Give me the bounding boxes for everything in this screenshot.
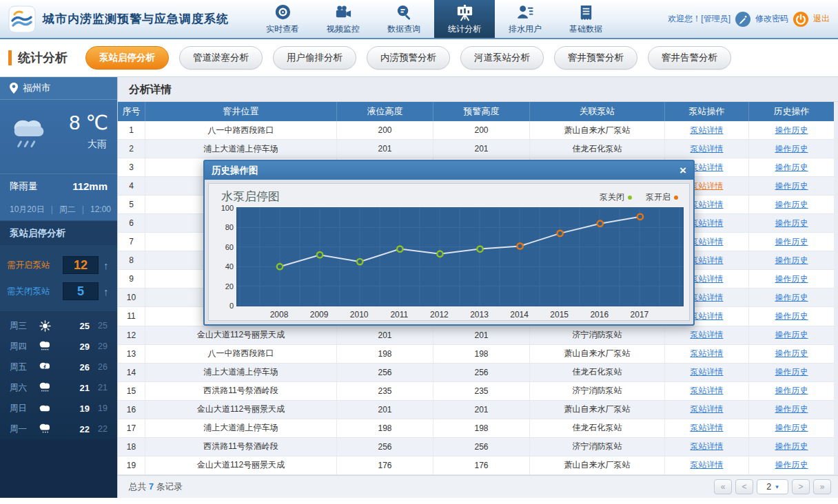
prev-page-button[interactable]: < [735, 479, 753, 494]
tab-pipe-blockage[interactable]: 管道淤塞分析 [179, 46, 263, 70]
table-cell: 泵站详情 [665, 401, 749, 419]
logout-link[interactable]: 退出 [813, 13, 830, 25]
station-detail-link[interactable]: 泵站详情 [691, 329, 724, 341]
cell-warning: 256 [433, 438, 530, 456]
y-axis-tick: 20 [210, 282, 234, 291]
power-icon[interactable] [793, 11, 809, 28]
main-nav: 实时查看视频监控数据查询统计分析排水用户基础数据 [252, 0, 616, 38]
nav-item-basedata[interactable]: 基础数据 [555, 0, 616, 38]
cell-level: 176 [337, 456, 433, 474]
operation-history-link[interactable]: 操作历史 [775, 236, 808, 248]
search-icon [394, 3, 413, 22]
station-detail-link[interactable]: 泵站详情 [691, 366, 724, 378]
station-detail-link[interactable]: 泵站详情 [691, 459, 724, 471]
nav-item-label: 视频监控 [327, 23, 360, 35]
close-icon[interactable]: × [679, 165, 686, 176]
separator: | [82, 204, 84, 214]
station-detail-link[interactable]: 泵站详情 [691, 143, 724, 155]
cell-location: 金山大道112号丽景天成 [145, 456, 337, 474]
station-detail-link[interactable]: 泵站详情 [691, 199, 724, 211]
nav-item-label: 排水用户 [509, 23, 542, 35]
operation-history-link[interactable]: 操作历史 [775, 385, 808, 397]
operation-history-link[interactable]: 操作历史 [775, 292, 808, 304]
station-detail-link[interactable]: 泵站详情 [691, 180, 724, 192]
station-detail-link[interactable]: 泵站详情 [691, 422, 724, 434]
tab-waterlog-warn[interactable]: 内涝预警分析 [367, 46, 450, 70]
page-select[interactable]: 2 ▾ [757, 479, 788, 494]
operation-history-link[interactable]: 操作历史 [775, 273, 808, 285]
forecast-day: 周一 [10, 423, 34, 435]
cell-warning: 201 [433, 326, 530, 344]
cell-location: 西洪路11号祭酒岭段 [145, 382, 337, 400]
cell-station: 佳龙石化泵站 [530, 140, 665, 158]
change-password-link[interactable]: 修改密码 [755, 13, 788, 25]
tab-manhole-alarm[interactable]: 窨井告警分析 [648, 46, 731, 70]
operation-history-link[interactable]: 操作历史 [775, 143, 808, 155]
tab-illegal-drain[interactable]: 用户偷排分析 [273, 46, 356, 70]
table-cell: 泵站详情 [665, 456, 749, 474]
station-detail-link[interactable]: 泵站详情 [691, 311, 724, 322]
stat-label: 需关闭泵站 [7, 286, 58, 297]
nav-item-video[interactable]: 视频监控 [313, 0, 374, 38]
tab-pump-startstop[interactable]: 泵站启停分析 [85, 46, 169, 70]
operation-history-link[interactable]: 操作历史 [775, 125, 808, 136]
last-page-button[interactable]: » [813, 479, 831, 494]
operation-history-link[interactable]: 操作历史 [775, 366, 808, 378]
station-detail-link[interactable]: 泵站详情 [691, 125, 724, 136]
thunder-icon [34, 362, 55, 371]
operation-history-link[interactable]: 操作历史 [775, 255, 808, 266]
operation-history-link[interactable]: 操作历史 [775, 403, 808, 415]
tab-manhole-warn[interactable]: 窨井预警分析 [554, 46, 637, 70]
station-detail-link[interactable]: 泵站详情 [691, 385, 724, 397]
table-row: 1八一中路西段路口200200萧山自来水厂泵站泵站详情操作历史 [118, 121, 834, 140]
cell-location: 浦上大道浦上停车场 [145, 364, 337, 381]
table-cell: 泵站详情 [665, 140, 749, 158]
station-detail-link[interactable]: 泵站详情 [691, 403, 724, 415]
station-detail-link[interactable]: 泵站详情 [691, 441, 724, 452]
nav-item-query[interactable]: 数据查询 [374, 0, 434, 38]
station-detail-link[interactable]: 泵站详情 [691, 236, 724, 248]
forecast-high: 22 [80, 424, 90, 434]
station-detail-link[interactable]: 泵站详情 [691, 162, 724, 174]
cell-location: 金山大道112号丽景天成 [145, 401, 337, 419]
operation-history-link[interactable]: 操作历史 [775, 311, 808, 322]
nav-item-realtime[interactable]: 实时查看 [252, 0, 313, 38]
screen: 城市内涝监测预警与应急调度系统 实时查看视频监控数据查询统计分析排水用户基础数据… [0, 0, 838, 504]
edit-password-icon[interactable] [735, 11, 751, 28]
chart-title: 水泵启停图 [221, 189, 280, 204]
nav-item-users[interactable]: 排水用户 [495, 0, 555, 38]
modal-title: 历史操作图 [212, 165, 258, 177]
operation-history-link[interactable]: 操作历史 [775, 199, 808, 211]
station-detail-link[interactable]: 泵站详情 [691, 273, 724, 285]
operation-history-link[interactable]: 操作历史 [775, 459, 808, 471]
forecast-low: 21 [90, 383, 108, 392]
cell-no: 15 [118, 382, 145, 400]
legend-item: 泵关闭 [600, 191, 632, 203]
cell-level: 256 [337, 438, 433, 456]
operation-history-link[interactable]: 操作历史 [775, 180, 808, 192]
table-cell: 操作历史 [749, 438, 834, 456]
pump-line-chart [237, 208, 683, 306]
station-detail-link[interactable]: 泵站详情 [691, 292, 724, 304]
table-cell: 泵站详情 [665, 419, 749, 437]
cell-station: 佳龙石化泵站 [530, 364, 665, 381]
table-cell: 操作历史 [749, 307, 834, 325]
operation-history-link[interactable]: 操作历史 [775, 348, 808, 359]
operation-history-link[interactable]: 操作历史 [775, 329, 808, 341]
cell-warning: 256 [433, 364, 530, 381]
operation-history-link[interactable]: 操作历史 [775, 422, 808, 434]
nav-item-stats[interactable]: 统计分析 [434, 0, 495, 38]
first-page-button[interactable]: « [714, 479, 732, 494]
time: 12:00 [90, 204, 111, 214]
station-detail-link[interactable]: 泵站详情 [691, 348, 724, 359]
next-page-button[interactable]: > [792, 479, 810, 494]
rainfall-value: 112mm [72, 180, 108, 192]
station-detail-link[interactable]: 泵站详情 [691, 255, 724, 266]
station-detail-link[interactable]: 泵站详情 [691, 218, 724, 229]
operation-history-link[interactable]: 操作历史 [775, 162, 808, 174]
tab-river-pump[interactable]: 河道泵站分析 [460, 46, 544, 70]
operation-history-link[interactable]: 操作历史 [775, 218, 808, 229]
up-arrow-icon: ↑ [103, 286, 109, 297]
table-row: 2浦上大道浦上停车场201201佳龙石化泵站泵站详情操作历史 [118, 140, 834, 158]
operation-history-link[interactable]: 操作历史 [775, 441, 808, 452]
